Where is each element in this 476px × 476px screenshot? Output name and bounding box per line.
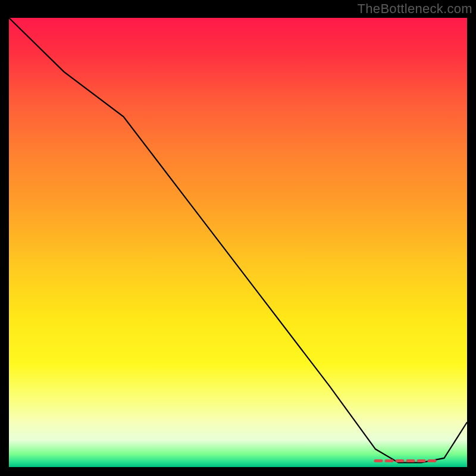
watermark-text: TheBottleneck.com [358,1,472,17]
curve-line [9,18,467,463]
bottleneck-curve [9,18,467,467]
chart-container: TheBottleneck.com [0,0,476,476]
